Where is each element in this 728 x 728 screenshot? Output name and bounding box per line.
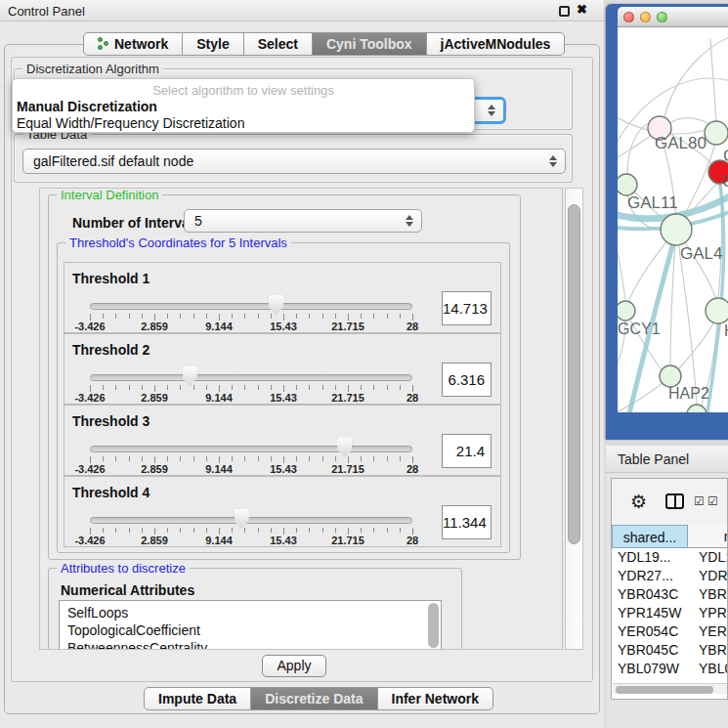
tab-select[interactable]: Select xyxy=(244,32,313,56)
table-cell[interactable]: YPR145W xyxy=(612,604,688,622)
gear-icon[interactable]: ⚙ xyxy=(630,491,647,513)
tick-mark xyxy=(400,314,401,319)
table-row[interactable]: YDR27...YDR2 xyxy=(612,567,728,585)
table-cell[interactable]: YER054C xyxy=(612,622,688,641)
table-cell[interactable]: YDL19... xyxy=(612,548,688,567)
split-columns-icon[interactable] xyxy=(665,493,684,509)
table-row[interactable]: YER054CYER0 xyxy=(612,622,728,641)
mac-minimize-icon[interactable] xyxy=(640,12,651,22)
tab-jactivemnodules[interactable]: jActiveMNodules xyxy=(427,32,566,56)
tab-label: Select xyxy=(258,36,298,52)
table-cell[interactable]: YBR045C xyxy=(612,641,688,660)
tick-mark xyxy=(103,385,104,390)
slider-track[interactable] xyxy=(90,374,412,381)
table-cell[interactable]: YDR27... xyxy=(612,567,688,585)
slider-track[interactable] xyxy=(90,303,412,310)
table-data-combo[interactable]: galFiltered.sif default node xyxy=(22,149,566,174)
table-row[interactable]: YPR145WYPR1 xyxy=(612,604,728,622)
tick-mark xyxy=(244,385,245,390)
tick-mark xyxy=(90,456,91,463)
tick-label: -3.426 xyxy=(74,321,105,332)
column-header-2[interactable]: na xyxy=(688,525,728,548)
tick-mark xyxy=(115,456,116,461)
mode-tab-discretize-data[interactable]: Discretize Data xyxy=(251,687,377,710)
mode-tab-infer-network[interactable]: Infer Network xyxy=(378,687,493,710)
tick-label: 15.43 xyxy=(270,535,297,546)
toolbox-tabs: NetworkStyleSelectCyni ToolboxjActiveMNo… xyxy=(83,32,565,56)
network-node-h[interactable] xyxy=(706,298,728,323)
table-cell[interactable]: YDR2 xyxy=(688,567,728,585)
network-node-gal4[interactable] xyxy=(661,214,692,245)
tick-label: 9.144 xyxy=(205,463,233,475)
tick-label: 2.859 xyxy=(141,321,168,332)
tick-mark xyxy=(373,314,374,319)
tick-mark xyxy=(232,314,233,319)
scrollbar-thumb[interactable] xyxy=(616,686,713,694)
slider-track[interactable] xyxy=(90,446,412,452)
dropdown-item-equal-width[interactable]: Equal Width/Frequency Discretization xyxy=(17,115,244,131)
tick-mark xyxy=(180,385,181,390)
tab-cyni-toolbox[interactable]: Cyni Toolbox xyxy=(313,32,427,56)
close-icon[interactable]: ✖ xyxy=(577,2,587,17)
table-cell[interactable]: YBR0 xyxy=(688,585,728,604)
network-node-gal11[interactable] xyxy=(618,174,637,195)
tab-style[interactable]: Style xyxy=(183,32,243,56)
table-cell[interactable]: YER0 xyxy=(688,622,728,641)
network-node-gcy1[interactable] xyxy=(618,301,635,321)
table-cell[interactable]: YBR043C xyxy=(612,585,688,604)
threshold-value-field[interactable]: 14.713 xyxy=(442,291,492,325)
network-node[interactable] xyxy=(687,405,707,412)
threshold-label: Threshold 3 xyxy=(72,413,150,429)
number-of-intervals-combo[interactable]: 5 xyxy=(184,209,422,233)
table-cell[interactable]: YDL1 xyxy=(688,548,728,567)
tick-mark xyxy=(90,385,91,392)
attribute-item[interactable]: TopologicalCoefficient xyxy=(67,622,200,638)
table-cell[interactable]: YBR0 xyxy=(688,641,728,660)
table-cell[interactable]: YBL079W xyxy=(612,660,688,674)
mode-tab-impute-data[interactable]: Impute Data xyxy=(144,687,251,710)
column-header-1[interactable]: shared... xyxy=(612,525,688,548)
attribute-item[interactable]: BetweennessCentrality xyxy=(67,640,207,650)
tick-mark xyxy=(387,456,388,461)
tick-mark xyxy=(180,528,181,533)
attributes-list[interactable]: SelfLoopsTopologicalCoefficientBetweenne… xyxy=(59,600,442,650)
algorithm-hint: Select algorithm to view settings xyxy=(13,83,474,98)
settings-scrollbar[interactable] xyxy=(565,188,583,650)
table-row[interactable]: YBL079WYBL0 xyxy=(612,660,728,674)
table-hscrollbar[interactable] xyxy=(613,683,727,694)
slider-track[interactable] xyxy=(90,517,412,524)
network-window-titlebar[interactable] xyxy=(618,7,728,27)
slider-knob[interactable] xyxy=(235,509,249,529)
tick-mark xyxy=(335,456,336,461)
slider-knob[interactable] xyxy=(337,438,352,457)
attribute-item[interactable]: SelfLoops xyxy=(67,605,128,621)
slider-knob[interactable] xyxy=(269,295,283,315)
select-all-icon[interactable]: ☑ xyxy=(694,494,705,508)
table-row[interactable]: YDL19...YDL1 xyxy=(612,548,728,567)
slider-knob[interactable] xyxy=(183,366,197,386)
mac-zoom-icon[interactable] xyxy=(657,12,667,22)
table-cell[interactable]: YBL0 xyxy=(688,660,728,674)
threshold-value-field[interactable]: 6.316 xyxy=(442,363,492,397)
table-row[interactable]: YBR045CYBR0 xyxy=(612,641,728,660)
select-none-icon[interactable]: ☑ xyxy=(707,494,718,508)
threshold-value-field[interactable]: 11.344 xyxy=(442,505,492,539)
table-row[interactable]: YBR043CYBR0 xyxy=(612,585,728,604)
network-canvas[interactable]: GAL80GCGAL11GAL4GCY1HHAP2 xyxy=(618,27,728,412)
tab-network[interactable]: Network xyxy=(83,32,183,56)
float-panel-icon[interactable] xyxy=(559,6,570,17)
network-node-g[interactable] xyxy=(705,121,728,145)
apply-button[interactable]: Apply xyxy=(262,655,326,677)
threshold-value-field[interactable]: 21.4 xyxy=(442,434,492,468)
table-header: shared...na xyxy=(612,525,728,548)
table-cell[interactable]: YPR1 xyxy=(688,604,728,622)
network-edge xyxy=(618,383,663,412)
dropdown-item-manual[interactable]: Manual Discretization xyxy=(17,99,157,114)
attributes-list-scrollbar[interactable] xyxy=(428,603,439,648)
mac-close-icon[interactable] xyxy=(623,12,634,22)
tick-mark xyxy=(167,528,168,533)
tick-mark xyxy=(258,456,259,461)
network-node-hap2[interactable] xyxy=(660,365,681,387)
scrollbar-thumb[interactable] xyxy=(568,204,580,544)
tick-mark xyxy=(271,528,272,533)
